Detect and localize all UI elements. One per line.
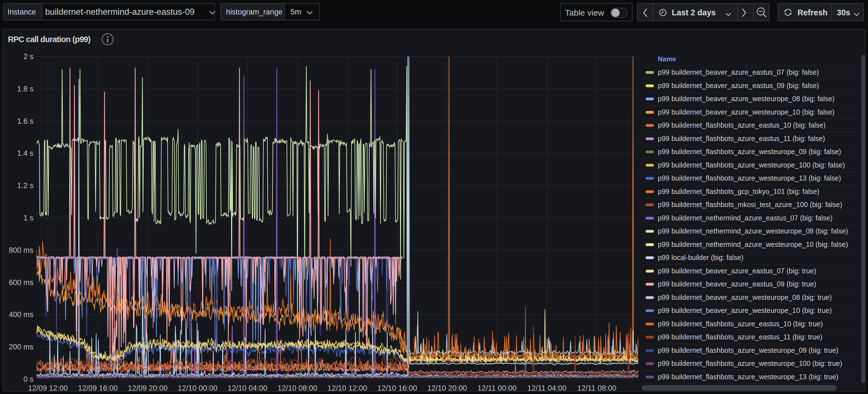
svg-text:2 s: 2 s	[23, 53, 33, 61]
svg-text:0 s: 0 s	[23, 375, 33, 384]
svg-text:1.2 s: 1.2 s	[17, 182, 33, 190]
svg-text:400 ms: 400 ms	[9, 310, 33, 319]
svg-text:600 ms: 600 ms	[9, 278, 33, 287]
svg-text:12/09 20:00: 12/09 20:00	[128, 384, 168, 392]
svg-text:800 ms: 800 ms	[9, 246, 33, 254]
svg-text:12/11 00:00: 12/11 00:00	[477, 384, 517, 392]
svg-text:200 ms: 200 ms	[9, 343, 33, 351]
svg-text:1.6 s: 1.6 s	[17, 117, 33, 125]
svg-text:1.8 s: 1.8 s	[17, 85, 33, 93]
svg-text:12/09 12:00: 12/09 12:00	[28, 384, 68, 392]
svg-text:1.4 s: 1.4 s	[17, 149, 33, 158]
svg-text:12/10 20:00: 12/10 20:00	[427, 384, 467, 392]
svg-text:12/11 08:00: 12/11 08:00	[577, 384, 617, 392]
svg-text:12/11 04:00: 12/11 04:00	[527, 384, 567, 392]
svg-text:12/10 08:00: 12/10 08:00	[278, 384, 317, 392]
svg-text:12/09 16:00: 12/09 16:00	[78, 384, 118, 392]
svg-text:12/10 04:00: 12/10 04:00	[228, 384, 268, 392]
svg-text:12/10 00:00: 12/10 00:00	[178, 384, 218, 392]
svg-text:12/10 12:00: 12/10 12:00	[328, 384, 367, 392]
svg-text:12/10 16:00: 12/10 16:00	[377, 384, 417, 392]
svg-text:1 s: 1 s	[23, 214, 33, 222]
